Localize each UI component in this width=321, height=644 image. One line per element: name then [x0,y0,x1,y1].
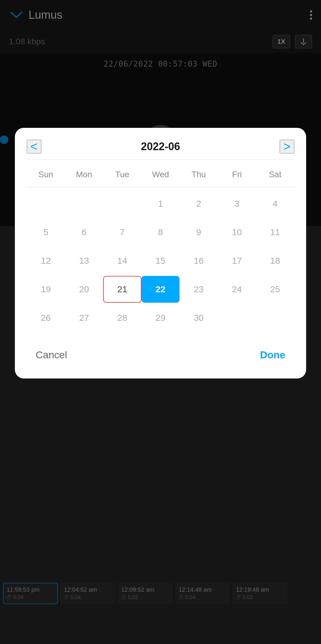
weekday-thu: Thu [180,167,218,182]
calendar-day[interactable]: 10 [218,219,256,246]
calendar-footer: Cancel Done [27,340,294,364]
calendar-day[interactable]: 30 [180,304,218,331]
calendar-day[interactable]: 16 [180,247,218,274]
calendar-day[interactable]: 21 [103,276,141,303]
calendar-day[interactable]: 20 [65,276,103,303]
calendar-day[interactable]: 18 [256,247,294,274]
done-button[interactable]: Done [251,346,294,364]
month-year-label: 2022-06 [141,140,180,153]
weekday-sun: Sun [27,167,65,182]
weekday-sat: Sat [256,167,294,182]
calendar-day[interactable]: 25 [256,276,294,303]
calendar-modal: < 2022-06 > Sun Mon Tue Wed Thu Fri Sat … [15,128,306,378]
weekday-mon: Mon [65,167,103,182]
next-month-button[interactable]: > [280,140,294,153]
calendar-grid: 1234567891011121314151617181920212223242… [27,190,294,331]
weekday-headers: Sun Mon Tue Wed Thu Fri Sat [27,167,294,187]
calendar-day[interactable]: 15 [141,247,180,274]
calendar-day[interactable]: 27 [65,304,103,331]
weekday-wed: Wed [141,167,180,182]
cancel-button[interactable]: Cancel [27,346,76,364]
calendar-day[interactable]: 4 [256,190,294,217]
calendar-day[interactable]: 26 [27,304,65,331]
calendar-day[interactable]: 19 [27,276,65,303]
calendar-day[interactable]: 6 [65,219,103,246]
calendar-day[interactable]: 14 [103,247,141,274]
prev-month-button[interactable]: < [27,140,41,153]
calendar-day[interactable]: 28 [103,304,141,331]
calendar-header: < 2022-06 > [27,140,294,160]
calendar-day[interactable]: 2 [180,190,218,217]
calendar-day[interactable]: 11 [256,219,294,246]
calendar-day[interactable]: 29 [141,304,180,331]
calendar-day[interactable]: 7 [103,219,141,246]
calendar-day[interactable]: 24 [218,276,256,303]
calendar-day[interactable]: 5 [27,219,65,246]
calendar-day[interactable]: 23 [180,276,218,303]
calendar-day[interactable]: 9 [180,219,218,246]
calendar-day[interactable]: 8 [141,219,180,246]
calendar-day[interactable]: 12 [27,247,65,274]
calendar-day[interactable]: 22 [141,276,180,303]
calendar-day[interactable]: 1 [141,190,180,217]
weekday-tue: Tue [103,167,141,182]
calendar-day[interactable]: 13 [65,247,103,274]
calendar-day[interactable]: 17 [218,247,256,274]
weekday-fri: Fri [218,167,256,182]
calendar-day[interactable]: 3 [218,190,256,217]
